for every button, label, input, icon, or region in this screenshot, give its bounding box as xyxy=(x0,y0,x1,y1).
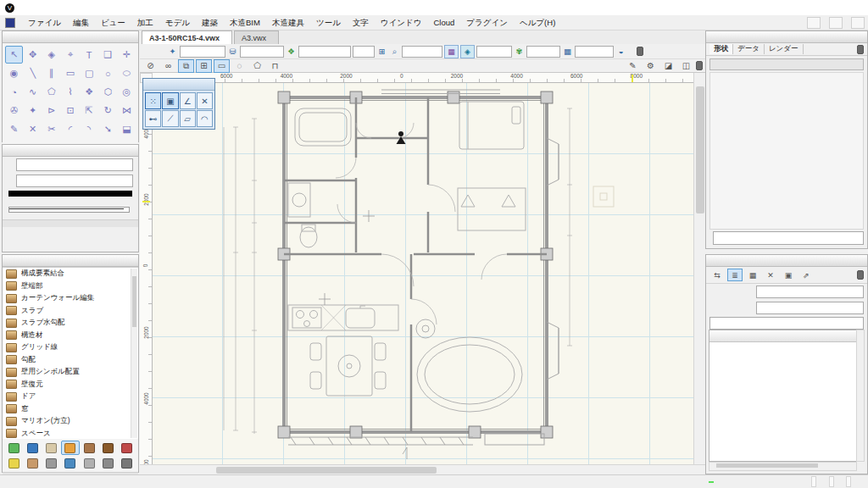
toolset-scrollbar[interactable] xyxy=(131,269,137,438)
basic-tool-button[interactable]: ✂ xyxy=(42,120,60,138)
toolset-category-button[interactable] xyxy=(42,456,60,470)
navigation-mode-icon[interactable]: ✕ xyxy=(763,269,778,281)
object-info-tab[interactable]: 形状 xyxy=(709,44,733,54)
navigation-mode-icon[interactable]: ⇆ xyxy=(709,269,725,281)
document-tab[interactable]: A3-1-50RC15-4.vwx xyxy=(142,30,232,44)
basic-tool-button[interactable]: ✦ xyxy=(24,102,42,119)
menu-item[interactable]: 建築 xyxy=(196,16,224,30)
plane-mode-dropdown[interactable] xyxy=(575,46,614,58)
toolset-item[interactable]: ドア xyxy=(3,391,138,403)
active-class-dropdown[interactable] xyxy=(240,46,284,58)
menu-item[interactable]: ファイル xyxy=(22,16,67,30)
snap-tool-button[interactable]: ◠ xyxy=(197,110,213,127)
toolset-item[interactable]: スラブ xyxy=(3,305,138,318)
snap-tool-button[interactable]: ⊷ xyxy=(145,110,161,127)
attributes-palette-titlebar[interactable] xyxy=(3,145,138,157)
toolset-item[interactable]: 壁用シンボル配置 xyxy=(3,366,138,379)
minimize-button[interactable] xyxy=(802,1,824,15)
layer-search-input[interactable] xyxy=(713,319,860,328)
view-projection-dropdown[interactable] xyxy=(476,46,512,58)
toolset-item[interactable]: スペース xyxy=(3,428,138,440)
rotation-angle-field[interactable] xyxy=(526,46,560,58)
object-name-field[interactable] xyxy=(713,231,864,245)
toolset-category-button[interactable] xyxy=(24,456,42,470)
saved-views-dropdown[interactable] xyxy=(180,46,225,58)
toolset-category-button[interactable] xyxy=(118,456,136,470)
basic-tool-button[interactable]: ◉ xyxy=(5,64,23,82)
toolset-category-button[interactable] xyxy=(99,456,117,470)
snap-tool-button[interactable]: ⟋ xyxy=(162,110,178,127)
object-info-tab[interactable]: レンダー xyxy=(765,44,804,54)
mode-button[interactable]: ⧉ xyxy=(178,59,194,73)
toolset-category-button[interactable] xyxy=(61,456,79,470)
toolset-category-button[interactable] xyxy=(81,456,98,470)
navigation-mode-icon[interactable]: ⇗ xyxy=(798,269,814,281)
layer-list-scrollbar[interactable] xyxy=(856,330,865,462)
objinfo-overflow-button[interactable] xyxy=(857,45,864,54)
mode-button[interactable]: ⬠ xyxy=(249,59,265,73)
basic-tool-button[interactable]: ➘ xyxy=(99,120,117,138)
basic-tool-button[interactable]: ◎ xyxy=(118,83,136,101)
mode-right-button[interactable]: ◫ xyxy=(678,59,694,73)
snap-palette-titlebar[interactable] xyxy=(143,79,214,91)
saved-view-icon[interactable]: ✦ xyxy=(167,46,178,57)
fill-style-dropdown[interactable] xyxy=(16,158,133,171)
mode-button[interactable]: ◌ xyxy=(231,59,248,73)
line-thickness-bar[interactable] xyxy=(8,191,132,197)
menu-item[interactable]: Cloud xyxy=(427,16,460,30)
drawing-canvas[interactable] xyxy=(153,83,693,464)
toolset-category-button[interactable] xyxy=(5,456,23,470)
rotate-angle-icon[interactable]: ✾ xyxy=(514,46,525,57)
toolset-item[interactable]: 壁復元 xyxy=(3,379,138,391)
basic-tool-button[interactable]: ○ xyxy=(99,64,117,82)
basic-tool-button[interactable]: ⌖ xyxy=(61,46,79,64)
snap-tool-button[interactable]: ▣ xyxy=(162,92,178,109)
toolset-item[interactable]: グリッド線 xyxy=(3,341,138,354)
line-weight-slider[interactable] xyxy=(8,207,132,213)
mode-button[interactable]: ▭ xyxy=(214,59,230,73)
object-info-tab[interactable]: データ xyxy=(733,44,765,54)
basic-tool-button[interactable]: ◜ xyxy=(61,120,79,138)
basic-tool-button[interactable]: ∥ xyxy=(42,64,60,82)
menu-item[interactable]: プラグイン xyxy=(460,16,514,30)
layer-list-hscrollbar[interactable] xyxy=(709,462,857,471)
active-layer-dropdown[interactable] xyxy=(298,46,351,58)
basic-tool-button[interactable]: T xyxy=(81,46,98,64)
mdi-close-button[interactable] xyxy=(851,17,865,29)
basic-tool-button[interactable]: ╲ xyxy=(24,64,42,82)
multiple-views-button[interactable]: ▦ xyxy=(444,45,459,58)
toolset-item[interactable]: カーテンウォール編集 xyxy=(3,292,138,305)
mode-right-button[interactable]: ✎ xyxy=(625,59,641,73)
basic-palette-titlebar[interactable] xyxy=(3,31,138,43)
pen-style-dropdown[interactable] xyxy=(16,175,133,187)
object-info-titlebar[interactable] xyxy=(706,31,867,43)
menu-item[interactable]: ツール xyxy=(310,16,347,30)
menu-item[interactable]: 木造BIM xyxy=(224,16,266,30)
forward-view-icon[interactable] xyxy=(154,46,165,57)
basic-tool-button[interactable]: ⋈ xyxy=(118,102,136,119)
basic-tool-button[interactable]: ⊳ xyxy=(42,102,60,119)
snap-tool-button[interactable]: ⁙ xyxy=(145,92,161,109)
basic-tool-button[interactable]: ✥ xyxy=(24,46,42,64)
toolset-category-button[interactable] xyxy=(99,441,117,455)
basic-tool-button[interactable]: ⌇ xyxy=(61,83,79,101)
menu-item[interactable]: ヘルプ(H) xyxy=(514,16,561,30)
basic-tool-button[interactable]: ↖ xyxy=(5,46,23,64)
menu-item[interactable]: 加工 xyxy=(131,16,159,30)
basic-tool-button[interactable]: ▢ xyxy=(81,64,98,82)
menu-item[interactable]: 文字 xyxy=(347,16,375,30)
basic-tool-button[interactable]: ◔ xyxy=(5,83,23,101)
basic-tool-button[interactable]: ⊡ xyxy=(61,102,79,119)
toolset-item[interactable]: 壁端部 xyxy=(3,280,138,293)
canvas-horizontal-scrollbar[interactable] xyxy=(140,464,705,474)
toolset-palette-titlebar[interactable] xyxy=(3,255,138,267)
basic-tool-button[interactable]: ◈ xyxy=(42,46,60,64)
close-button[interactable] xyxy=(846,1,868,15)
menu-item[interactable]: 編集 xyxy=(67,16,95,30)
basic-tool-button[interactable]: ▭ xyxy=(61,64,79,82)
mode-button[interactable]: ⊞ xyxy=(196,59,212,73)
toolset-category-button[interactable] xyxy=(24,441,42,455)
basic-tool-button[interactable]: ⬠ xyxy=(42,83,60,101)
basic-tool-button[interactable]: ✛ xyxy=(118,46,136,64)
other-layers-dropdown[interactable] xyxy=(756,286,864,298)
